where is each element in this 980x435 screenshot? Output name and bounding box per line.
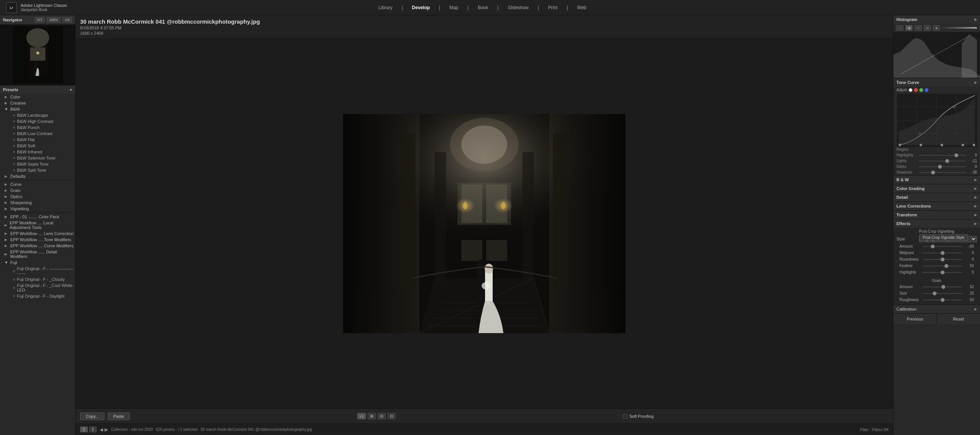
preset-item-bw-punch[interactable]: ■ B&W Punch xyxy=(11,124,75,130)
color-grading-header[interactable]: Color Grading ▶ xyxy=(893,184,980,193)
preset-item-bw-split[interactable]: ■ B&W Split Tone xyxy=(11,167,75,173)
preset-group-creative[interactable]: ▶ Creative xyxy=(3,100,75,106)
preset-group-bw[interactable]: ▼ B&W xyxy=(3,106,75,112)
reset-button[interactable]: Reset xyxy=(937,314,980,324)
vignette-feather-slider[interactable] xyxy=(923,266,962,266)
grain-roughness-slider[interactable] xyxy=(923,300,962,300)
preset-group-curve[interactable]: ▶ Curve xyxy=(3,181,75,187)
preset-item-fuji-0[interactable]: ■ Fuji Original - F - ------------------… xyxy=(11,266,75,276)
grain-amount-thumb[interactable] xyxy=(941,285,945,289)
channel-green-dot[interactable] xyxy=(919,88,923,92)
transform-header[interactable]: Transform ▶ xyxy=(893,210,980,219)
nav-library[interactable]: Library xyxy=(379,5,393,10)
preset-group-vignetting[interactable]: ▶ Vignetting xyxy=(3,206,75,212)
vignette-midpoint-thumb[interactable] xyxy=(941,251,945,255)
soft-proof-toggle[interactable]: Soft Proofing xyxy=(623,414,654,419)
nav-web[interactable]: Web xyxy=(577,5,586,10)
hist-icon-1[interactable]: ◉ xyxy=(906,25,912,31)
preset-group-defaults[interactable]: ▶ Defaults xyxy=(3,173,75,179)
soft-proof-checkbox[interactable] xyxy=(623,414,627,419)
preset-item-bw-high-contrast[interactable]: ■ B&W High Contrast xyxy=(11,118,75,124)
grain-size-thumb[interactable] xyxy=(933,292,936,295)
channel-blue-dot[interactable] xyxy=(925,88,928,92)
nav-print[interactable]: Print xyxy=(548,5,558,10)
channel-white-dot[interactable] xyxy=(909,88,912,92)
previous-button[interactable]: Previous xyxy=(893,314,937,324)
nav-100-button[interactable]: 100% xyxy=(47,17,60,23)
presets-header[interactable]: Presets + xyxy=(0,85,75,94)
grain-size-slider[interactable] xyxy=(923,293,962,294)
preset-group-fuji[interactable]: ▼ Fuji xyxy=(3,259,75,266)
bw-header[interactable]: B & W ▶ xyxy=(893,175,980,184)
grain-amount-slider[interactable] xyxy=(923,287,962,287)
copy-button[interactable]: Copy... xyxy=(80,412,105,420)
hist-icon-3[interactable]: ◎ xyxy=(924,25,931,31)
tone-curve-header[interactable]: Tone Curve ▶ xyxy=(893,78,980,87)
add-preset-button[interactable]: + xyxy=(70,87,72,92)
effects-header[interactable]: Effects ▶ xyxy=(893,219,980,228)
preset-item-bw-soft[interactable]: ■ B&W Soft xyxy=(11,143,75,149)
grid-view-button[interactable]: ⊞ xyxy=(368,413,376,419)
compare-view-button[interactable]: ⊟ xyxy=(377,413,386,419)
hist-icon-0[interactable]: ○ xyxy=(896,25,903,31)
darks-slider[interactable] xyxy=(919,166,966,167)
preset-item-fuji-cloudy[interactable]: ■ Fuji Original - F - _Cloudy xyxy=(11,276,75,282)
preset-item-bw-low-contrast[interactable]: ■ B&W Low Contrast xyxy=(11,130,75,137)
nav-prev-arrow[interactable]: ◀ xyxy=(100,427,103,432)
vignette-roundness-slider[interactable] xyxy=(923,259,962,260)
page-2-button[interactable]: 2 xyxy=(89,427,97,432)
nav-fit-button[interactable]: FIT xyxy=(35,17,45,23)
vignette-amount-thumb[interactable] xyxy=(931,245,935,248)
preset-item-bw-landscape[interactable]: ■ B&W Landscape xyxy=(11,112,75,118)
preset-group-epp-detail[interactable]: ▶ EPP Workflow ...... Detail Modifiers xyxy=(3,249,75,259)
preset-group-epp-curve[interactable]: ▶ EPP Workflow .... Curve Modifiers xyxy=(3,243,75,249)
channel-red-dot[interactable] xyxy=(914,88,918,92)
preset-item-bw-infrared[interactable]: ■ B&W Infrared xyxy=(11,149,75,155)
shadows-slider[interactable] xyxy=(919,172,966,173)
vignette-amount-slider[interactable] xyxy=(923,246,962,247)
preset-item-fuji-coolwhite[interactable]: ■ Fuji Original - F - _Cool White-LED xyxy=(11,282,75,293)
nav-next-arrow[interactable]: ▶ xyxy=(105,427,108,432)
navigator-header[interactable]: Navigator FIT 100% 1% xyxy=(0,15,75,24)
nav-develop[interactable]: Develop xyxy=(412,5,430,10)
histogram-exposure-slider[interactable] xyxy=(942,27,977,29)
paste-button[interactable]: Paste xyxy=(108,412,130,420)
vignette-roundness-thumb[interactable] xyxy=(941,258,945,261)
preset-group-epp-tone[interactable]: ▶ EPP Workflow .... Tone Modifiers xyxy=(3,237,75,243)
preset-group-epp-local[interactable]: ▶ EPP Workflow .... Local Adjustment Too… xyxy=(3,220,75,230)
preset-item-bw-flat[interactable]: ■ B&W Flat xyxy=(11,137,75,143)
hist-icon-2[interactable]: □ xyxy=(915,25,922,31)
lights-thumb[interactable] xyxy=(945,159,949,163)
preset-item-fuji-daylight[interactable]: ■ Fuji Original - F - Daylight xyxy=(11,293,75,299)
calibration-header[interactable]: Calibration ▶ xyxy=(893,304,980,313)
lights-slider[interactable] xyxy=(919,161,966,161)
survey-view-button[interactable]: ⊡ xyxy=(387,413,396,419)
preset-group-grain[interactable]: ▶ Grain xyxy=(3,187,75,193)
preset-group-optics[interactable]: ▶ Optics xyxy=(3,193,75,200)
vignette-highlights-thumb[interactable] xyxy=(941,271,945,274)
preset-group-sharpening[interactable]: ▶ Sharpening xyxy=(3,200,75,206)
detail-header[interactable]: Detail ▶ xyxy=(893,193,980,201)
preset-group-epp-color[interactable]: ▶ EPP - 01 ........ Color Pack xyxy=(3,214,75,220)
single-view-button[interactable]: ▭ xyxy=(357,413,366,419)
nav-book[interactable]: Book xyxy=(478,5,488,10)
histogram-header[interactable]: Histogram ▶ xyxy=(893,15,980,24)
lens-corrections-header[interactable]: Lens Corrections ▶ xyxy=(893,201,980,210)
nav-slideshow[interactable]: Slideshow xyxy=(508,5,529,10)
hist-icon-4[interactable]: ◈ xyxy=(933,25,940,31)
grain-roughness-thumb[interactable] xyxy=(941,298,945,302)
preset-item-bw-sepia[interactable]: ■ B&W Sepia Tone xyxy=(11,161,75,167)
shadows-thumb[interactable] xyxy=(931,171,935,174)
vignette-highlights-slider[interactable] xyxy=(923,272,962,273)
highlights-thumb[interactable] xyxy=(954,153,958,157)
page-1-button[interactable]: 1 xyxy=(80,427,88,432)
preset-group-color[interactable]: ▶ Color xyxy=(3,94,75,100)
vignette-midpoint-slider[interactable] xyxy=(923,253,962,253)
preset-group-epp-lens[interactable]: ▶ EPP Workflow .... Lens Correction xyxy=(3,230,75,237)
highlights-slider[interactable] xyxy=(919,155,966,156)
vignette-feather-thumb[interactable] xyxy=(945,264,948,268)
preset-item-bw-selenium[interactable]: ■ B&W Selenium Tone xyxy=(11,155,75,161)
darks-thumb[interactable] xyxy=(938,165,942,169)
nav-map[interactable]: Map xyxy=(449,5,458,10)
nav-1pct-button[interactable]: 1% xyxy=(63,17,72,23)
